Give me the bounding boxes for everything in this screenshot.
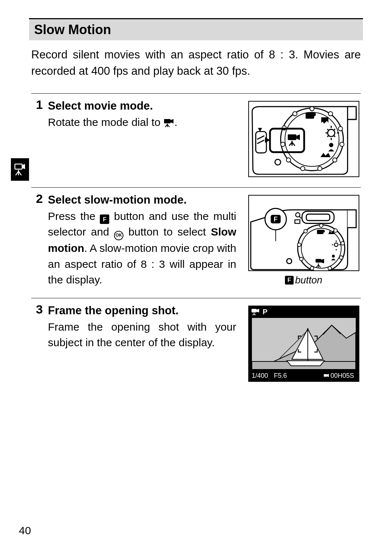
svg-rect-10 — [347, 107, 356, 119]
svg-point-47 — [319, 224, 323, 227]
movie-mode-icon — [251, 308, 260, 315]
camera-lcd-preview: P — [248, 306, 359, 382]
movie-tripod-icon — [14, 163, 26, 176]
section-heading: Slow Motion — [29, 18, 363, 40]
f-button-icon: F — [100, 214, 109, 224]
ok-button-icon: OK — [114, 231, 123, 240]
svg-rect-38 — [306, 214, 330, 221]
figure-caption: F button — [285, 275, 322, 286]
step-title: Select movie mode. — [48, 99, 153, 112]
step-text: Select slow-motion mode. Press the F but… — [48, 192, 236, 288]
lcd-shutter: 1/400 — [252, 372, 268, 380]
step-title: Select slow-motion mode. — [48, 193, 187, 206]
step-figure-3: P — [246, 303, 361, 382]
lcd-aperture: F5.6 — [274, 372, 287, 380]
lcd-bottom-bar: 1/400 F5.6 00H05S — [252, 372, 356, 380]
svg-point-50 — [339, 256, 343, 259]
step-number: 1 — [35, 98, 43, 177]
svg-point-22 — [301, 166, 305, 171]
step-number: 2 — [35, 192, 43, 288]
movie-small-icon — [324, 373, 329, 378]
svg-point-55 — [304, 229, 307, 233]
manual-page: Slow Motion Record silent movies with an… — [0, 0, 392, 552]
camera-f-button-illustration: F — [248, 195, 359, 271]
step-3: 3 Frame the opening shot. Frame the open… — [29, 300, 363, 392]
step-number: 3 — [35, 303, 43, 382]
svg-point-52 — [310, 266, 314, 270]
camera-mode-dial-illustration — [248, 101, 359, 177]
svg-point-49 — [341, 241, 344, 245]
svg-point-20 — [332, 158, 337, 162]
svg-point-21 — [318, 166, 322, 171]
divider — [31, 298, 361, 298]
lcd-top-indicators: P — [251, 308, 268, 316]
svg-point-53 — [299, 257, 303, 261]
svg-point-46 — [301, 228, 341, 268]
f-button-icon: F — [285, 276, 294, 285]
svg-point-24 — [281, 142, 285, 147]
step-text: Select movie mode. Rotate the mode dial … — [48, 98, 236, 177]
divider — [31, 187, 361, 188]
section-tab-movie — [11, 158, 29, 181]
svg-rect-30 — [287, 134, 296, 140]
svg-point-18 — [338, 127, 343, 131]
svg-point-59 — [332, 255, 335, 258]
svg-point-29 — [329, 143, 333, 147]
svg-point-57 — [322, 230, 325, 233]
svg-point-19 — [340, 142, 344, 147]
svg-point-48 — [334, 229, 337, 232]
step-1: 1 Select movie mode. Rotate the mode dia… — [29, 96, 363, 187]
svg-point-16 — [310, 107, 314, 111]
movie-mode-icon — [164, 118, 175, 127]
svg-rect-75 — [324, 374, 327, 377]
step-figure-1 — [246, 98, 361, 177]
step-text: Frame the opening shot. Frame the openin… — [48, 303, 236, 382]
svg-rect-60 — [315, 259, 321, 262]
step-2: 2 Select slow-motion mode. Press the F b… — [29, 190, 363, 298]
intro-paragraph: Record silent movies with an aspect rati… — [29, 47, 363, 79]
step-title: Frame the opening shot. — [48, 304, 179, 317]
svg-text:F: F — [274, 216, 278, 223]
svg-rect-67 — [252, 309, 257, 312]
svg-point-54 — [297, 243, 301, 246]
svg-point-51 — [328, 266, 331, 270]
svg-point-26 — [293, 111, 297, 116]
svg-rect-0 — [15, 164, 22, 169]
lcd-scene — [252, 318, 356, 369]
lcd-mode-p: P — [263, 308, 268, 316]
lcd-record-time: 00H05S — [322, 372, 355, 380]
divider — [31, 93, 361, 94]
step-figure-2: F — [246, 192, 361, 288]
svg-point-28 — [312, 113, 316, 116]
page-number: 40 — [19, 524, 31, 537]
svg-point-17 — [328, 111, 332, 116]
svg-rect-5 — [164, 119, 171, 123]
svg-point-23 — [286, 158, 290, 162]
